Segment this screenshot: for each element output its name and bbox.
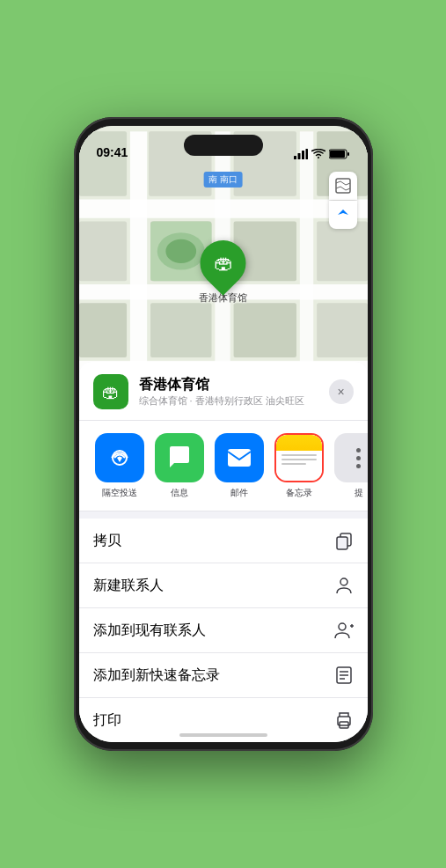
mail-icon-wrap [215,433,264,482]
pin-circle: 🏟 [191,231,256,296]
share-item-message[interactable]: 信息 [153,433,206,498]
person-icon [334,576,354,595]
action-copy[interactable]: 拷贝 [79,519,368,563]
more-label: 提 [355,488,363,498]
location-button[interactable] [329,201,357,229]
airdrop-icon-wrap [95,433,144,482]
battery-icon [329,149,350,159]
map-type-button[interactable] [329,172,357,200]
share-item-airdrop[interactable]: 隔空投送 [93,433,146,498]
action-add-existing[interactable]: 添加到现有联系人 [79,608,368,653]
home-indicator [179,733,267,737]
notes-line-2 [281,459,317,460]
svg-point-28 [165,239,196,263]
action-quick-notes-label: 添加到新快速备忘录 [93,666,220,685]
share-item-mail[interactable]: 邮件 [213,433,266,498]
copy-icon [334,531,354,550]
status-icons [294,149,350,159]
location-arrow-icon [336,208,350,222]
action-copy-label: 拷贝 [93,532,121,550]
message-label: 信息 [171,488,188,498]
svg-rect-33 [337,537,347,549]
bottom-sheet: 🏟 香港体育馆 综合体育馆 · 香港特别行政区 油尖旺区 × [79,362,368,742]
share-row: 隔空投送 信息 [79,421,368,511]
notes-top-bar [276,435,322,451]
svg-rect-6 [347,152,349,156]
svg-rect-3 [305,149,308,159]
svg-rect-19 [317,222,368,282]
airdrop-label: 隔空投送 [102,488,137,498]
more-dots-icon [356,448,361,468]
notes-icon-wrap [274,433,324,482]
print-icon [334,710,354,730]
svg-rect-29 [336,179,350,193]
map-btn-group [329,172,357,229]
svg-rect-25 [317,303,368,357]
action-print-label: 打印 [93,711,121,730]
notes-line-3 [281,463,306,465]
pin-icon: 🏟 [214,252,233,275]
notes-icon-inner [276,435,322,481]
phone-frame: 09:41 [74,117,373,751]
person-add-icon [334,621,354,640]
action-new-contact[interactable]: 新建联系人 [79,563,368,608]
memo-icon [334,666,354,685]
close-button[interactable]: × [329,379,354,404]
action-add-existing-label: 添加到现有联系人 [93,622,206,640]
airdrop-icon [106,445,133,471]
wifi-icon [311,149,325,159]
map-icon [335,178,351,194]
svg-point-35 [339,623,346,630]
map-entrance-label: 南 南口 [203,172,243,188]
action-new-contact-label: 新建联系人 [93,577,164,595]
svg-rect-2 [302,151,304,159]
place-icon: 🏟 [93,374,128,409]
place-header: 🏟 香港体育馆 综合体育馆 · 香港特别行政区 油尖旺区 × [79,362,368,421]
signal-icon [294,149,308,159]
message-icon-wrap [155,433,204,482]
status-time: 09:41 [97,145,128,159]
dynamic-island [184,135,263,156]
mail-label: 邮件 [230,488,248,498]
notes-label: 备忘录 [286,488,312,498]
more-icon-wrap [334,433,368,482]
svg-rect-22 [79,303,127,357]
action-quick-notes[interactable]: 添加到新快速备忘录 [79,653,368,698]
location-pin: 🏟 香港体育馆 [199,240,247,305]
svg-rect-5 [330,151,345,158]
share-item-notes[interactable]: 备忘录 [273,433,325,498]
place-info: 香港体育馆 综合体育馆 · 香港特别行政区 油尖旺区 [139,376,318,407]
svg-rect-0 [294,156,296,159]
share-item-more[interactable]: 提 [333,433,368,498]
place-name: 香港体育馆 [139,376,318,393]
svg-rect-31 [228,449,251,467]
action-list: 拷贝 新建联系人 添加到现有联系人 [79,519,368,742]
svg-rect-23 [150,303,211,357]
notes-lines-area [276,451,322,481]
place-subtitle: 综合体育馆 · 香港特别行政区 油尖旺区 [139,394,318,407]
message-icon [166,445,193,471]
svg-rect-24 [233,303,296,357]
phone-screen: 09:41 [79,126,368,742]
mail-icon [226,445,252,470]
svg-rect-14 [79,222,127,282]
svg-rect-1 [297,153,300,159]
notes-line-1 [281,454,317,456]
svg-point-34 [340,578,347,585]
